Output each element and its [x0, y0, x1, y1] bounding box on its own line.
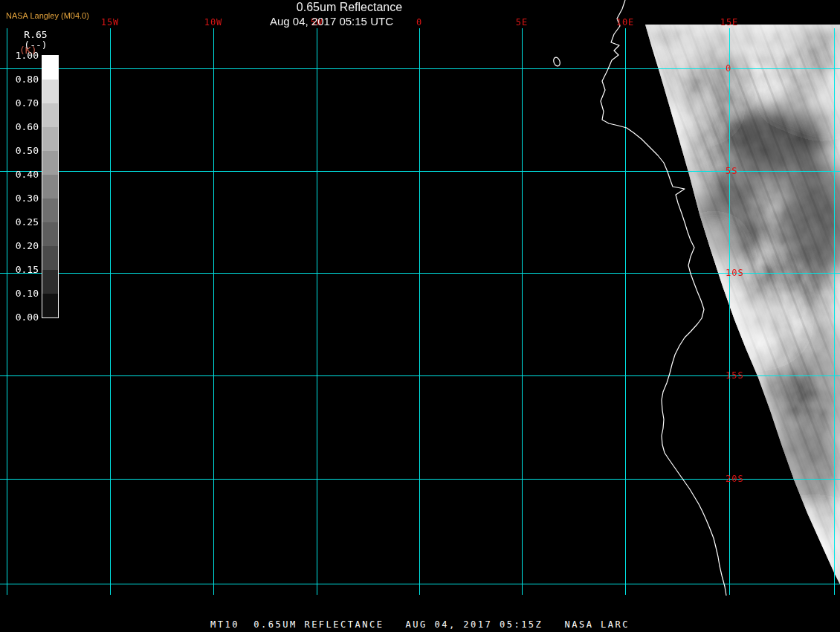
colorbar-tick-label: 0.50 — [4, 145, 39, 156]
longitude-label: 15E — [720, 17, 739, 28]
latitude-label: 5S — [726, 166, 737, 176]
colorbar-title: R.65 — [16, 29, 55, 40]
colorbar-gradient-bar — [42, 55, 59, 318]
footer-caption: MT10 0.65UM REFLECTANCE AUG 04, 2017 05:… — [0, 619, 840, 630]
colorbar-band — [42, 103, 58, 127]
latitude-label: 0 — [726, 63, 731, 74]
colorbar-band — [42, 127, 58, 151]
colorbar-band — [42, 222, 58, 246]
colorbar-band — [42, 151, 58, 175]
latitude-label: 15S — [726, 370, 744, 381]
colorbar-units: (--) — [16, 39, 55, 51]
colorbar-band — [42, 80, 58, 103]
colorbar-tick-label: 0.00 — [4, 312, 39, 323]
colorbar-tick-label: 0.10 — [4, 288, 39, 299]
colorbar-tick-label: 0.80 — [4, 74, 39, 85]
latitude-label: 10S — [726, 268, 744, 278]
colorbar-tick-label: 0.40 — [4, 169, 39, 180]
product-title: 0.65um Reflectance — [0, 1, 699, 14]
colorbar-band — [42, 199, 58, 222]
colorbar-band — [42, 270, 58, 294]
latitude-label: 20S — [726, 474, 744, 484]
colorbar-tick-label: 0.60 — [4, 121, 39, 132]
colorbar-tick-label: 0.20 — [4, 240, 39, 251]
colorbar-tick-label: 0.25 — [4, 216, 39, 228]
datetime-label: Aug 04, 2017 05:15 UTC — [0, 15, 663, 28]
colorbar-tick-label: 0.15 — [4, 264, 39, 275]
colorbar-tick-label: 0.30 — [4, 193, 39, 204]
colorbar-band — [42, 175, 58, 199]
colorbar-band — [42, 56, 58, 80]
colorbar-tick-label: 0.70 — [4, 97, 39, 109]
map-canvas — [0, 0, 840, 632]
satellite-map-view: 0.65um Reflectance Aug 04, 2017 05:15 UT… — [0, 0, 840, 632]
colorbar-band — [42, 246, 58, 270]
colorbar-band — [42, 294, 58, 317]
